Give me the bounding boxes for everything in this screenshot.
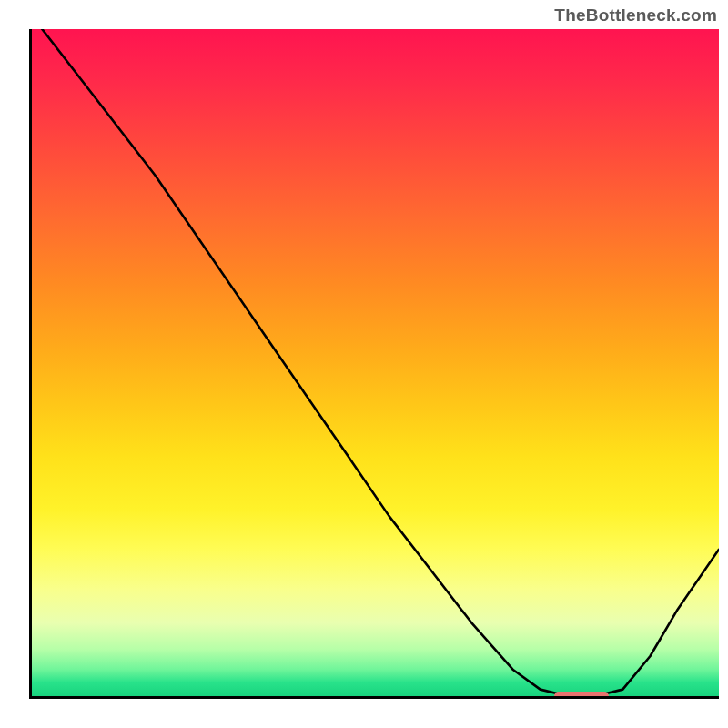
chart-frame: TheBottleneck.com xyxy=(0,0,728,728)
plot-area xyxy=(29,29,719,699)
line-curve xyxy=(32,29,719,696)
optimum-marker xyxy=(554,692,609,699)
curve-polyline xyxy=(32,29,719,696)
watermark-text: TheBottleneck.com xyxy=(554,5,717,25)
